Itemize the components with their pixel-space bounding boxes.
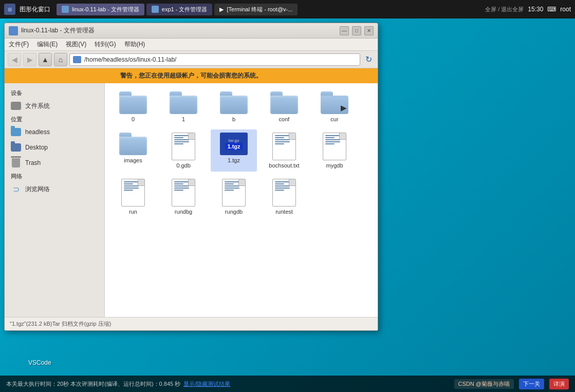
fm-sidebar: 设备 文件系统 位置 headless Desktop [5, 83, 105, 317]
file-item-1tgz[interactable]: tar.gz 1.tgz 1.tgz [211, 129, 257, 172]
file-label-1: 1 [182, 116, 185, 122]
csdn-badge: CSDN @菊薇与赤喵 [454, 379, 514, 389]
sidebar-item-filesystem[interactable]: 文件系统 [5, 98, 104, 114]
txt-icon-run [121, 179, 145, 207]
app-icon: ⊞ [4, 4, 15, 15]
fullscreen-label[interactable]: 全屏 / 退出全屏 [485, 6, 524, 13]
file-item-rundbg[interactable]: rundbg [160, 176, 207, 218]
file-item-1[interactable]: 1 [160, 88, 207, 125]
txt-icon-rungdb [222, 179, 246, 207]
folder-icon-cur: ▶ [321, 91, 348, 114]
file-label-run: run [129, 209, 137, 215]
file-label-runtest: runtest [275, 209, 293, 215]
file-label-conf: conf [279, 116, 290, 122]
menu-edit[interactable]: 编辑(E) [37, 40, 58, 49]
back-button[interactable]: ◀ [8, 53, 21, 66]
hdd-icon [11, 101, 21, 111]
fm-content: 0 1 b [105, 83, 378, 317]
user-label: root [560, 6, 571, 13]
fm-menubar: 文件(F) 编辑(E) 视图(V) 转到(G) 帮助(H) [5, 39, 378, 51]
file-label-rungdb: rungdb [225, 209, 243, 215]
show-hide-results[interactable]: 显示/隐藏测试结果 [183, 380, 230, 388]
fm1-icon [62, 6, 69, 13]
forward-button[interactable]: ▶ [23, 53, 36, 66]
maximize-button[interactable]: □ [352, 26, 361, 35]
tgz-label-main: 1.tgz [225, 143, 242, 150]
file-label-b: b [232, 116, 235, 122]
file-item-cur[interactable]: ▶ cur [311, 88, 358, 125]
network-label: 网络 [5, 171, 104, 181]
folder-icon-0 [119, 91, 147, 114]
fm-toolbar: ◀ ▶ ▲ ⌂ /home/headless/os/linux-0.11-lab… [5, 51, 378, 68]
file-item-runtest[interactable]: runtest [261, 176, 307, 218]
menu-help[interactable]: 帮助(H) [124, 40, 145, 49]
home-button[interactable]: ⌂ [54, 53, 67, 66]
taskbar-left: ⊞ 图形化窗口 linux-0.11-lab - 文件管理器 exp1 - 文件… [4, 4, 298, 15]
wifi-icon: ⊃ [11, 184, 21, 194]
places-label: 位置 [5, 114, 104, 124]
file-item-conf[interactable]: conf [261, 88, 307, 125]
tab-fm2-label: exp1 - 文件管理器 [162, 6, 208, 13]
sidebar-item-network[interactable]: ⊃ 浏览网络 [5, 181, 104, 197]
detail-button[interactable]: 详演 [549, 379, 569, 389]
clock: 15:30 [528, 6, 543, 13]
txt-icon-mygdb [323, 133, 346, 160]
refresh-button[interactable]: ↻ [362, 53, 375, 66]
file-item-0gdb[interactable]: 0.gdb [160, 129, 207, 172]
fm2-icon [152, 6, 159, 13]
folder-icon-images [119, 133, 147, 155]
file-label-images: images [124, 157, 142, 163]
file-label-0gdb: 0.gdb [176, 162, 191, 169]
minimize-button[interactable]: — [340, 26, 349, 35]
file-item-bochsout[interactable]: bochsout.txt [261, 129, 307, 172]
tab-fm2[interactable]: exp1 - 文件管理器 [146, 4, 213, 15]
txt-icon-0gdb [172, 133, 195, 160]
file-item-run[interactable]: run [110, 176, 156, 218]
vscode-label[interactable]: VSCode [28, 359, 51, 366]
menu-goto[interactable]: 转到(G) [95, 40, 116, 49]
headless-folder-icon [11, 127, 21, 137]
fm-main: 设备 文件系统 位置 headless Desktop [5, 83, 378, 317]
tgz-icon-1tgz: tar.gz 1.tgz [220, 133, 248, 155]
menu-view[interactable]: 视图(V) [66, 40, 86, 49]
sidebar-item-desktop[interactable]: Desktop [5, 140, 104, 155]
file-label-bochsout: bochsout.txt [269, 162, 299, 169]
file-item-images[interactable]: images [110, 129, 156, 172]
close-button[interactable]: ✕ [364, 26, 374, 35]
sidebar-item-trash[interactable]: Trash [5, 155, 104, 171]
address-folder-icon [73, 56, 81, 63]
taskbar-right: 全屏 / 退出全屏 15:30 ⌨ root [485, 6, 571, 13]
fm-statusbar: "1.tgz"(231.2 kB)Tar 归档文件(gzip 压缩) [5, 317, 378, 330]
file-label-mygdb: mygdb [326, 162, 343, 169]
fm-window-icon [9, 26, 18, 35]
files-grid: 0 1 b [110, 88, 373, 218]
file-label-1tgz: 1.tgz [228, 157, 240, 163]
menu-file[interactable]: 文件(F) [9, 40, 29, 49]
file-item-rungdb[interactable]: rungdb [211, 176, 257, 218]
file-manager-window: linux-0.11-lab - 文件管理器 — □ ✕ 文件(F) 编辑(E)… [4, 23, 378, 331]
file-item-mygdb[interactable]: mygdb [311, 129, 358, 172]
file-label-cur: cur [330, 116, 338, 122]
statusbar-text: "1.tgz"(231.2 kB)Tar 归档文件(gzip 压缩) [10, 320, 111, 328]
bottom-bar-info: 本关最大执行时间：20秒 本次评测耗时(编译、运行总时间)：0.845 秒 [6, 380, 180, 388]
up-button[interactable]: ▲ [39, 53, 52, 66]
sidebar-headless-label: headless [25, 128, 50, 136]
tgz-label-top: tar.gz [229, 138, 239, 143]
next-level-button[interactable]: 下一关 [519, 379, 544, 389]
taskbar: ⊞ 图形化窗口 linux-0.11-lab - 文件管理器 exp1 - 文件… [0, 0, 575, 18]
cur-arrow-icon: ▶ [341, 104, 346, 112]
tab-fm1[interactable]: linux-0.11-lab - 文件管理器 [57, 4, 144, 15]
file-item-b[interactable]: b [211, 88, 257, 125]
file-item-0[interactable]: 0 [110, 88, 156, 125]
taskbar-tabs: linux-0.11-lab - 文件管理器 exp1 - 文件管理器 ▶ [T… [57, 4, 298, 15]
trash-icon [11, 158, 21, 168]
tab-terminal[interactable]: ▶ [Terminal 终端 - root@v-... [214, 4, 298, 15]
sidebar-item-headless[interactable]: headless [5, 124, 104, 140]
warning-text: 警告，您正在使用超级帐户，可能会损害您的系统。 [120, 72, 262, 79]
file-label-rundbg: rundbg [175, 209, 192, 215]
txt-icon-rundbg [172, 179, 195, 207]
address-bar[interactable]: /home/headless/os/linux-0.11-lab/ [69, 53, 360, 66]
txt-icon-bochsout [272, 133, 296, 160]
bottom-bar: 本关最大执行时间：20秒 本次评测耗时(编译、运行总时间)：0.845 秒 显示… [0, 376, 575, 392]
fm-titlebar-controls: — □ ✕ [340, 26, 374, 35]
